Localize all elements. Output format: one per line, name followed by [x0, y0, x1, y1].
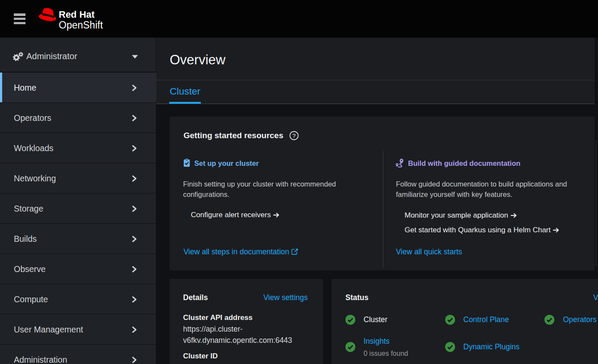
svg-text:?: ? — [292, 133, 296, 139]
